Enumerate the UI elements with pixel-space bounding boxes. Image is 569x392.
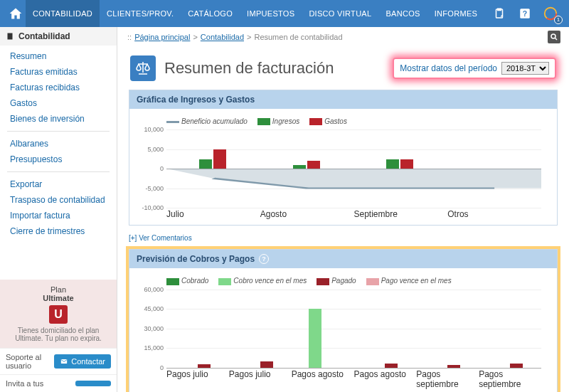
help-circle-icon[interactable]: ? xyxy=(259,254,269,264)
period-selector: Mostrar datos del período 2018-3T xyxy=(393,58,556,79)
chart-forecast: 60,00045,00030,00015,0000 xyxy=(166,290,541,368)
nav-informes[interactable]: INFORMES xyxy=(427,0,484,27)
svg-point-7 xyxy=(551,34,555,38)
sidebar-item-presupuestos[interactable]: Presupuestos xyxy=(0,152,117,167)
sidebar-item-gastos[interactable]: Gastos xyxy=(0,95,117,111)
nav-impuestos[interactable]: IMPUESTOS xyxy=(240,0,302,27)
app-logo-icon[interactable]: 1 xyxy=(541,4,560,23)
document-icon xyxy=(6,32,14,41)
invite-row: Invita a tus xyxy=(0,374,117,392)
sidebar-item-exportar[interactable]: Exportar xyxy=(0,176,117,192)
breadcrumb: :: Página principal > Contabilidad > Res… xyxy=(124,27,562,47)
search-icon[interactable] xyxy=(548,31,560,43)
legend-chart2: CobradoCobro vence en el mesPagadoPago v… xyxy=(166,277,548,285)
page-header: Resumen de facturación Mostrar datos del… xyxy=(124,47,562,90)
breadcrumb-l2: Resumen de contabilidad xyxy=(254,33,342,41)
content-area: :: Página principal > Contabilidad > Res… xyxy=(117,27,569,392)
period-select[interactable]: 2018-3T xyxy=(501,62,549,75)
sidebar: Contabilidad ResumenFacturas emitidasFac… xyxy=(0,27,117,392)
sidebar-item-traspaso-de-contabilidad[interactable]: Traspaso de contabilidad xyxy=(0,192,117,208)
nav-contabilidad[interactable]: CONTABILIDAD xyxy=(26,0,100,27)
period-label: Mostrar datos del período xyxy=(400,63,497,73)
chart-income-expense: 10,0005,0000-5,000-10,000 xyxy=(166,129,541,208)
plan-name: Ultimate xyxy=(4,294,112,302)
sidebar-item-albaranes[interactable]: Albaranes xyxy=(0,136,117,152)
plan-label: Plan xyxy=(4,285,112,294)
breadcrumb-l1[interactable]: Contabilidad xyxy=(201,33,244,41)
support-label: Soporte al usuario xyxy=(6,353,50,370)
nav-clientesprov[interactable]: CLIENTES/PROV. xyxy=(100,0,181,27)
sidebar-item-facturas-recibidas[interactable]: Facturas recibidas xyxy=(0,80,117,95)
panel1-header: Gráfica de Ingresos y Gastos xyxy=(129,90,557,109)
nav-bancos[interactable]: BANCOS xyxy=(378,0,427,27)
svg-text:?: ? xyxy=(523,9,527,18)
breadcrumb-home[interactable]: Página principal xyxy=(134,33,190,41)
plan-logo: U xyxy=(49,305,68,324)
plan-note: Tienes domiciliado el plan Ultimate. Tu … xyxy=(4,327,112,342)
svg-rect-5 xyxy=(8,33,13,40)
scales-icon xyxy=(130,55,156,81)
sidebar-title: Contabilidad xyxy=(0,27,117,46)
sidebar-item-bienes-de-inversión[interactable]: Bienes de inversión xyxy=(0,111,117,127)
home-icon[interactable] xyxy=(6,4,26,23)
help-icon[interactable]: ? xyxy=(515,4,535,23)
nav-catlogo[interactable]: CATÁLOGO xyxy=(181,0,240,27)
panel2-header: Previsión de Cobros y Pagos ? xyxy=(129,250,557,268)
plan-box: Plan Ultimate U Tienes domiciliado el pl… xyxy=(0,280,117,348)
invite-button[interactable] xyxy=(75,381,111,386)
nav-discovirtual[interactable]: DISCO VIRTUAL xyxy=(302,0,378,27)
panel-income-expense: Gráfica de Ingresos y Gastos Beneficio a… xyxy=(129,90,558,226)
comments-link-1[interactable]: [+] Ver Comentarios xyxy=(129,234,558,242)
clipboard-icon[interactable] xyxy=(489,4,509,23)
sidebar-item-resumen[interactable]: Resumen xyxy=(0,48,117,64)
sidebar-item-facturas-emitidas[interactable]: Facturas emitidas xyxy=(0,64,117,80)
chart1-xlabels: JulioAgostoSeptiembreOtros xyxy=(166,209,541,219)
page-title: Resumen de facturación xyxy=(164,59,393,78)
notification-badge: 1 xyxy=(554,16,563,24)
sidebar-item-importar-factura[interactable]: Importar factura xyxy=(0,208,117,223)
panel-forecast: Previsión de Cobros y Pagos ? CobradoCob… xyxy=(129,249,558,392)
mail-icon xyxy=(60,358,68,365)
sidebar-item-cierre-de-trimestres[interactable]: Cierre de trimestres xyxy=(0,223,117,239)
invite-label: Invita a tus xyxy=(6,379,71,388)
legend-chart1: Beneficio acumuladoIngresosGastos xyxy=(166,117,548,125)
contact-button[interactable]: Contactar xyxy=(54,354,111,369)
support-row: Soporte al usuario Contactar xyxy=(0,348,117,374)
chart2-xlabels: Pagos julioPagos julioPagos agostoPagos … xyxy=(166,369,541,386)
top-nav: CONTABILIDADCLIENTES/PROV.CATÁLOGOIMPUES… xyxy=(0,0,569,27)
